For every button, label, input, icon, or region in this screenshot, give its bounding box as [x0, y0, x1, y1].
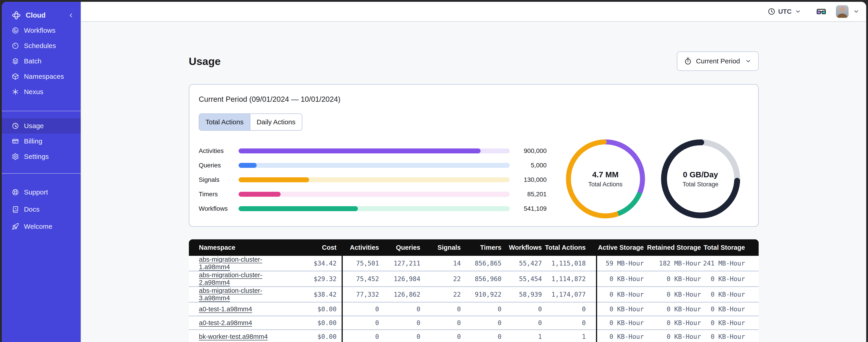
sidebar-item-label: Support — [24, 189, 48, 196]
cell-queries: 126,984 — [379, 271, 421, 287]
sidebar-item-label: Docs — [24, 206, 39, 213]
usage-bar-track — [239, 148, 510, 153]
actions-tabs: Total Actions Daily Actions — [199, 113, 302, 131]
cell-cost: $0.00 — [279, 330, 342, 342]
table-row: abs-migration-cluster-1.a98mm4 $34.42 75… — [189, 256, 758, 271]
sidebar-item-schedules[interactable]: Schedules — [2, 38, 81, 54]
cell-total-storage: 0 KB-Hour — [701, 330, 758, 342]
col-header-timers[interactable]: Timers — [461, 239, 501, 256]
timezone-selector[interactable]: UTC — [768, 8, 801, 15]
namespace-link[interactable]: abs-migration-cluster-3.a98mm4 — [199, 287, 262, 302]
cell-signals: 14 — [421, 256, 461, 271]
user-avatar[interactable] — [836, 5, 848, 18]
sidebar-item-billing[interactable]: Billing — [2, 134, 81, 149]
cell-retained-storage: 0 KB-Hour — [644, 330, 701, 342]
user-menu-chevron-down-icon[interactable] — [853, 8, 860, 15]
cube-icon — [12, 73, 19, 80]
usage-bar-row: Workflows 541,109 — [199, 201, 547, 216]
cell-retained-storage: 0 KB-Hour — [644, 303, 701, 316]
usage-bar-value: 130,000 — [510, 176, 547, 183]
table-row: abs-migration-cluster-3.a98mm4 $38.42 77… — [189, 287, 758, 303]
namespace-link[interactable]: abs-migration-cluster-1.a98mm4 — [199, 256, 262, 271]
col-header-retained-storage[interactable]: Retained Storage — [644, 239, 701, 256]
col-header-total-storage[interactable]: Total Storage — [701, 239, 758, 256]
cell-total-actions: 1,114,872 — [542, 271, 596, 287]
current-period-card: Current Period (09/01/2024 — 10/01/2024)… — [189, 84, 758, 227]
cell-retained-storage: 0 KB-Hour — [644, 316, 701, 330]
cell-workflows: 1 — [501, 330, 542, 342]
layers-icon — [12, 58, 19, 65]
sidebar-collapse-icon[interactable] — [67, 12, 74, 19]
cell-queries: 127,211 — [379, 256, 421, 271]
sidebar-item-welcome[interactable]: Welcome — [2, 219, 81, 234]
cell-total-actions: 1,174,077 — [542, 287, 596, 303]
total-storage-donut: 0 GB/Day Total Storage — [661, 139, 740, 218]
table-header-row: Namespace Cost Activities Queries Signal… — [189, 239, 758, 256]
cell-total-actions: 0 — [542, 303, 596, 316]
col-header-queries[interactable]: Queries — [379, 239, 421, 256]
cell-timers: 0 — [461, 316, 501, 330]
namespace-link[interactable]: a0-test-2.a98mm4 — [199, 319, 252, 327]
cell-queries: 0 — [379, 316, 421, 330]
namespace-link[interactable]: bk-worker-test.a98mm4 — [199, 333, 268, 340]
col-header-namespace[interactable]: Namespace — [189, 239, 279, 256]
tab-total-actions[interactable]: Total Actions — [199, 114, 250, 130]
usage-bar-label: Timers — [199, 191, 239, 198]
cell-retained-storage: 0 KB-Hour — [644, 271, 701, 287]
cell-total-storage: 0 KB-Hour — [701, 287, 758, 303]
page-title: Usage — [189, 55, 221, 67]
tab-daily-actions[interactable]: Daily Actions — [250, 114, 302, 130]
namespace-link[interactable]: a0-test-1.a98mm4 — [199, 305, 252, 313]
app-window: Cloud Workflows Schedules — [2, 2, 866, 342]
usage-bar-value: 541,109 — [510, 205, 547, 212]
col-header-cost[interactable]: Cost — [279, 239, 342, 256]
sidebar-item-label: Schedules — [24, 42, 56, 49]
col-header-activities[interactable]: Activities — [342, 239, 379, 256]
cell-cost: $38.42 — [279, 287, 342, 303]
sidebar-item-label: Billing — [24, 137, 42, 145]
sidebar-item-support[interactable]: Support — [2, 184, 81, 200]
gauge-icon — [12, 122, 19, 130]
sidebar-item-label: Batch — [24, 57, 41, 65]
cell-queries: 0 — [379, 303, 421, 316]
cell-signals: 0 — [421, 330, 461, 342]
usage-bar-label: Queries — [199, 162, 239, 169]
col-header-total-actions[interactable]: Total Actions — [542, 239, 596, 256]
clock-icon — [768, 8, 775, 15]
sidebar-item-workflows[interactable]: Workflows — [2, 23, 81, 38]
column-group-divider — [596, 256, 597, 342]
cell-total-storage: 0 KB-Hour — [701, 316, 758, 330]
sidebar-item-batch[interactable]: Batch — [2, 54, 81, 69]
cell-activities: 0 — [342, 316, 379, 330]
sidebar-item-label: Usage — [24, 122, 44, 130]
cell-signals: 0 — [421, 316, 461, 330]
workflows-spiral-icon — [12, 27, 19, 34]
sidebar-item-label: Welcome — [24, 223, 53, 230]
sidebar-item-label: Settings — [24, 153, 49, 161]
table-row: bk-worker-test.a98mm4 $0.00 0 0 0 0 1 1 … — [189, 330, 758, 342]
col-header-workflows[interactable]: Workflows — [501, 239, 542, 256]
chevron-down-icon — [745, 58, 751, 64]
brand-label: Cloud — [26, 11, 67, 20]
usage-bar-fill — [239, 177, 309, 182]
sidebar-brand: Cloud — [12, 8, 74, 23]
feedback-glasses-icon[interactable] — [816, 8, 827, 15]
sidebar-item-nexus[interactable]: Nexus — [2, 84, 81, 100]
sidebar-item-docs[interactable]: Docs — [2, 202, 81, 217]
cell-activities: 77,332 — [342, 287, 379, 303]
period-selector-button[interactable]: Current Period — [677, 52, 758, 71]
cell-cost: $0.00 — [279, 303, 342, 316]
sidebar-item-usage[interactable]: Usage — [2, 118, 81, 134]
sidebar-item-settings[interactable]: Settings — [2, 149, 81, 164]
namespace-link[interactable]: abs-migration-cluster-2.a98mm4 — [199, 271, 262, 286]
namespace-usage-table: Namespace Cost Activities Queries Signal… — [189, 239, 758, 342]
cell-activities: 75,501 — [342, 256, 379, 271]
usage-bar-row: Timers 85,201 — [199, 187, 547, 201]
cell-timers: 856,960 — [461, 271, 501, 287]
usage-bar-track — [239, 177, 510, 182]
sidebar-item-namespaces[interactable]: Namespaces — [2, 69, 81, 84]
timezone-label: UTC — [778, 8, 792, 15]
rocket-icon — [12, 223, 19, 230]
col-header-active-storage[interactable]: Active Storage — [596, 239, 644, 256]
col-header-signals[interactable]: Signals — [421, 239, 461, 256]
